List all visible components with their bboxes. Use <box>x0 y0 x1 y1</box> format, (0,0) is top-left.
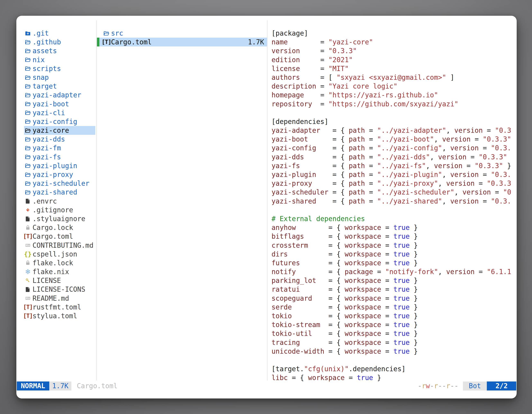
preview-code-line: name = "yazi-core" <box>272 38 515 47</box>
preview-code-line: yazi-fs = { path = "../yazi-fs", version… <box>272 161 515 170</box>
file-name: yazi-plugin <box>32 161 77 170</box>
file-size: 1.7K <box>248 38 264 47</box>
file-name: yazi-fm <box>32 144 61 152</box>
parent-item-license[interactable]: LICENSE <box>24 276 95 285</box>
parent-item-.styluaignore[interactable]: .styluaignore <box>24 214 95 223</box>
file-name: assets <box>32 47 57 55</box>
markdown-icon <box>24 295 31 302</box>
parent-item-.gitignore[interactable]: .gitignore <box>24 206 95 214</box>
preview-code-line: futures = { workspace = true } <box>272 259 515 267</box>
parent-item-cargo.lock[interactable]: Cargo.lock <box>24 223 95 232</box>
preview-code-line: yazi-dds = { path = "../yazi-dds", versi… <box>272 153 515 161</box>
preview-code-line: ratatui = { workspace = true } <box>272 285 515 294</box>
file-name: LICENSE <box>32 276 61 285</box>
folder-open-icon <box>24 39 31 46</box>
preview-code-line: serde = { workspace = true } <box>272 303 515 311</box>
toml-icon: [T] <box>24 312 31 320</box>
lock-icon <box>24 259 31 267</box>
parent-pane-file-list: .git.githubassetsnixscriptssnaptargetyaz… <box>24 29 95 320</box>
parent-item-.envrc[interactable]: .envrc <box>24 197 95 206</box>
parent-item-scripts[interactable]: scripts <box>24 64 95 73</box>
preview-code-line: edition = "2021" <box>272 55 515 64</box>
preview-code-line: yazi-shared = { path = "../yazi-shared",… <box>272 197 515 206</box>
key-icon <box>24 277 31 284</box>
parent-item-license-icons[interactable]: LICENSE-ICONS <box>24 285 95 294</box>
preview-code-line <box>272 206 515 214</box>
scroll-position-badge: Bot <box>463 382 487 390</box>
folder-open-icon <box>24 100 31 108</box>
preview-code-line: homepage = "https://yazi-rs.github.io" <box>272 91 515 99</box>
current-item-cargo.toml[interactable]: [T]Cargo.toml1.7K <box>97 38 267 47</box>
file-name: Cargo.toml <box>32 232 73 241</box>
folder-open-icon <box>24 109 31 116</box>
cursor-counter-badge: 2/2 <box>487 382 516 390</box>
file-name: yazi-core <box>32 126 69 135</box>
parent-item-flake.lock[interactable]: flake.lock <box>24 259 95 267</box>
parent-item-yazi-core[interactable]: yazi-core <box>24 126 95 135</box>
status-bar-right: -rw-r--r-- Bot 2/2 <box>418 382 516 390</box>
parent-item-flake.nix[interactable]: ❄flake.nix <box>24 267 95 276</box>
parent-item-rustfmt.toml[interactable]: [T]rustfmt.toml <box>24 303 95 311</box>
parent-item-cargo.toml[interactable]: [T]Cargo.toml <box>24 232 95 241</box>
file-name: snap <box>32 73 49 82</box>
preview-code-line: anyhow = { workspace = true } <box>272 223 515 232</box>
parent-item-yazi-fs[interactable]: yazi-fs <box>24 153 95 161</box>
file-name: LICENSE-ICONS <box>32 285 85 294</box>
parent-item-yazi-proxy[interactable]: yazi-proxy <box>24 170 95 179</box>
file-name: CONTRIBUTING.md <box>32 241 94 250</box>
file-permissions: -rw-r--r-- <box>418 382 458 390</box>
pane-separator <box>96 20 97 380</box>
file-name: rustfmt.toml <box>32 303 81 311</box>
folder-open-icon <box>24 65 31 72</box>
file-name: .github <box>32 38 61 47</box>
parent-item-.git[interactable]: .git <box>24 29 95 38</box>
preview-code-line <box>272 356 515 365</box>
parent-item-readme.md[interactable]: README.md <box>24 294 95 303</box>
file-name: yazi-config <box>32 117 77 126</box>
current-item-src[interactable]: src <box>97 29 267 38</box>
parent-item-yazi-shared[interactable]: yazi-shared <box>24 188 95 197</box>
parent-item-.github[interactable]: .github <box>24 38 95 47</box>
file-name: flake.lock <box>32 259 73 267</box>
parent-item-cspell.json[interactable]: {}cspell.json <box>24 250 95 259</box>
parent-item-stylua.toml[interactable]: [T]stylua.toml <box>24 311 95 320</box>
file-name: yazi-shared <box>32 188 77 197</box>
folder-open-icon <box>24 74 31 81</box>
parent-item-yazi-cli[interactable]: yazi-cli <box>24 108 95 117</box>
parent-item-yazi-dds[interactable]: yazi-dds <box>24 135 95 144</box>
parent-item-yazi-scheduler[interactable]: yazi-scheduler <box>24 179 95 188</box>
parent-item-yazi-adapter[interactable]: yazi-adapter <box>24 91 95 99</box>
file-icon <box>24 197 31 205</box>
folder-open-icon <box>24 136 31 143</box>
markdown-icon <box>24 241 31 249</box>
status-filename: Cargo.toml <box>77 382 118 390</box>
parent-item-contributing.md[interactable]: CONTRIBUTING.md <box>24 241 95 250</box>
preview-code-line <box>272 108 515 117</box>
parent-item-assets[interactable]: assets <box>24 47 95 55</box>
preview-code-line: libc = { workspace = true } <box>272 373 515 382</box>
parent-item-snap[interactable]: snap <box>24 73 95 82</box>
parent-item-nix[interactable]: nix <box>24 55 95 64</box>
preview-code-line: [target."cfg(unix)".dependencies] <box>272 365 515 373</box>
parent-item-target[interactable]: target <box>24 82 95 91</box>
folder-open-icon <box>24 91 31 99</box>
row-bar-spacer <box>97 29 99 38</box>
file-size-badge: 1.7K <box>49 382 71 390</box>
preview-code-line: tokio-stream = { workspace = true } <box>272 320 515 329</box>
file-name: yazi-proxy <box>32 170 73 179</box>
folder-open-icon <box>24 162 31 169</box>
parent-item-yazi-boot[interactable]: yazi-boot <box>24 100 95 108</box>
folder-open-icon <box>24 127 31 134</box>
toml-icon: [T] <box>24 233 31 240</box>
folder-open-icon <box>24 56 31 63</box>
parent-item-yazi-config[interactable]: yazi-config <box>24 117 95 126</box>
yazi-terminal-window: .git.githubassetsnixscriptssnaptargetyaz… <box>16 16 517 398</box>
preview-code-line: dirs = { workspace = true } <box>272 250 515 259</box>
file-name: src <box>111 29 123 38</box>
parent-item-yazi-plugin[interactable]: yazi-plugin <box>24 161 95 170</box>
parent-item-yazi-fm[interactable]: yazi-fm <box>24 144 95 152</box>
folder-open-icon <box>24 47 31 55</box>
file-name: .git <box>32 29 49 38</box>
git-icon <box>24 206 31 213</box>
file-name: yazi-dds <box>32 135 65 144</box>
